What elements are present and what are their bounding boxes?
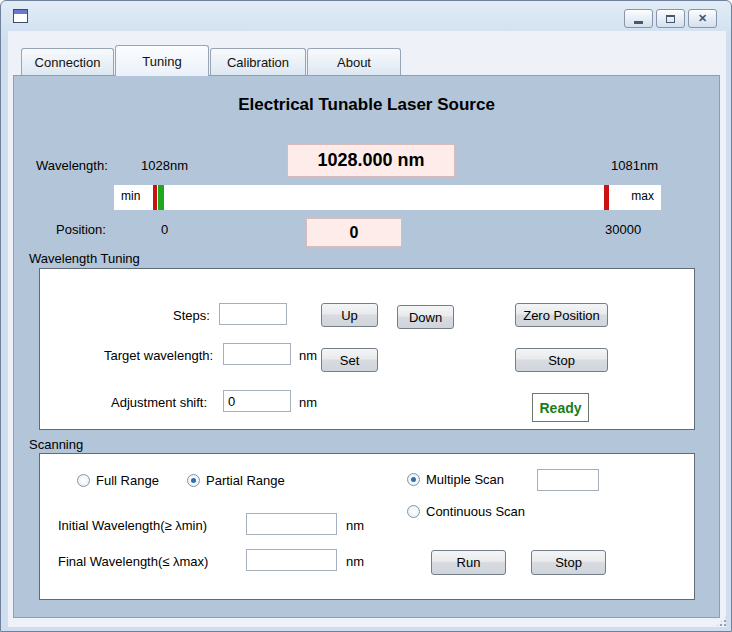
app-icon bbox=[13, 9, 28, 23]
wavelength-label: Wavelength: bbox=[36, 158, 108, 173]
shift-unit-label: nm bbox=[299, 395, 317, 410]
set-button[interactable]: Set bbox=[321, 348, 378, 372]
final-wavelength-input[interactable] bbox=[246, 549, 337, 571]
status-indicator: Ready bbox=[532, 393, 589, 422]
tab-about[interactable]: About bbox=[307, 48, 401, 75]
tab-calibration[interactable]: Calibration bbox=[210, 48, 306, 75]
initial-wavelength-label: Initial Wavelength(≥ λmin) bbox=[58, 518, 207, 533]
initial-wavelength-input[interactable] bbox=[246, 513, 337, 535]
partial-range-radio[interactable] bbox=[187, 474, 200, 487]
tab-about-label: About bbox=[337, 55, 371, 70]
initial-unit-label: nm bbox=[346, 518, 364, 533]
minimize-icon bbox=[634, 21, 643, 24]
tab-tuning[interactable]: Tuning bbox=[115, 45, 209, 76]
tab-tuning-label: Tuning bbox=[142, 54, 181, 69]
adjustment-shift-input[interactable] bbox=[223, 390, 291, 412]
close-icon bbox=[689, 10, 716, 27]
slider-left-limit-marker bbox=[153, 185, 157, 210]
titlebar[interactable] bbox=[1, 1, 731, 31]
zero-position-button[interactable]: Zero Position bbox=[515, 303, 608, 327]
multiple-scan-count-input[interactable] bbox=[537, 469, 599, 491]
maximize-button[interactable] bbox=[656, 9, 685, 28]
page-title: Electrical Tunable Laser Source bbox=[13, 95, 720, 115]
wavelength-max-label: 1081nm bbox=[611, 158, 658, 173]
tab-connection-label: Connection bbox=[35, 55, 101, 70]
adjustment-shift-label: Adjustment shift: bbox=[111, 395, 207, 410]
position-display: 0 bbox=[306, 218, 402, 247]
slider-right-limit-marker bbox=[604, 185, 609, 210]
maximize-icon bbox=[666, 15, 675, 23]
tab-calibration-label: Calibration bbox=[227, 55, 289, 70]
position-min-label: 0 bbox=[161, 222, 168, 237]
tab-connection[interactable]: Connection bbox=[21, 48, 114, 75]
up-button[interactable]: Up bbox=[321, 303, 378, 327]
slider-min-text: min bbox=[121, 189, 140, 203]
tuning-stop-button[interactable]: Stop bbox=[515, 348, 608, 372]
minimize-button[interactable] bbox=[624, 9, 653, 28]
caption-buttons bbox=[621, 9, 717, 28]
position-label: Position: bbox=[56, 222, 106, 237]
steps-input[interactable] bbox=[219, 303, 287, 325]
final-wavelength-label: Final Wavelength(≤ λmax) bbox=[58, 554, 208, 569]
continuous-scan-radio[interactable] bbox=[407, 505, 420, 518]
final-unit-label: nm bbox=[346, 554, 364, 569]
wavelength-display: 1028.000 nm bbox=[287, 144, 455, 177]
continuous-scan-label[interactable]: Continuous Scan bbox=[426, 504, 525, 519]
multiple-scan-label[interactable]: Multiple Scan bbox=[426, 472, 504, 487]
partial-range-label[interactable]: Partial Range bbox=[206, 473, 285, 488]
close-button[interactable] bbox=[688, 9, 717, 28]
wavelength-min-label: 1028nm bbox=[141, 158, 188, 173]
wavelength-slider[interactable]: min max bbox=[114, 185, 661, 210]
target-unit-label: nm bbox=[299, 348, 317, 363]
down-button[interactable]: Down bbox=[397, 305, 454, 329]
scanning-stop-button[interactable]: Stop bbox=[531, 550, 606, 575]
app-window: Connection Tuning Calibration About Elec… bbox=[0, 0, 732, 632]
target-wavelength-label: Target wavelength: bbox=[104, 348, 213, 363]
full-range-label[interactable]: Full Range bbox=[96, 473, 159, 488]
target-wavelength-input[interactable] bbox=[223, 343, 291, 365]
slider-max-text: max bbox=[631, 189, 654, 203]
multiple-scan-radio[interactable] bbox=[407, 473, 420, 486]
scanning-group-caption: Scanning bbox=[29, 437, 83, 452]
steps-label: Steps: bbox=[173, 308, 210, 323]
run-button[interactable]: Run bbox=[431, 550, 506, 575]
full-range-radio[interactable] bbox=[77, 474, 90, 487]
slider-current-position-marker[interactable] bbox=[158, 185, 164, 210]
position-max-label: 30000 bbox=[605, 222, 641, 237]
tuning-group-caption: Wavelength Tuning bbox=[29, 251, 140, 266]
